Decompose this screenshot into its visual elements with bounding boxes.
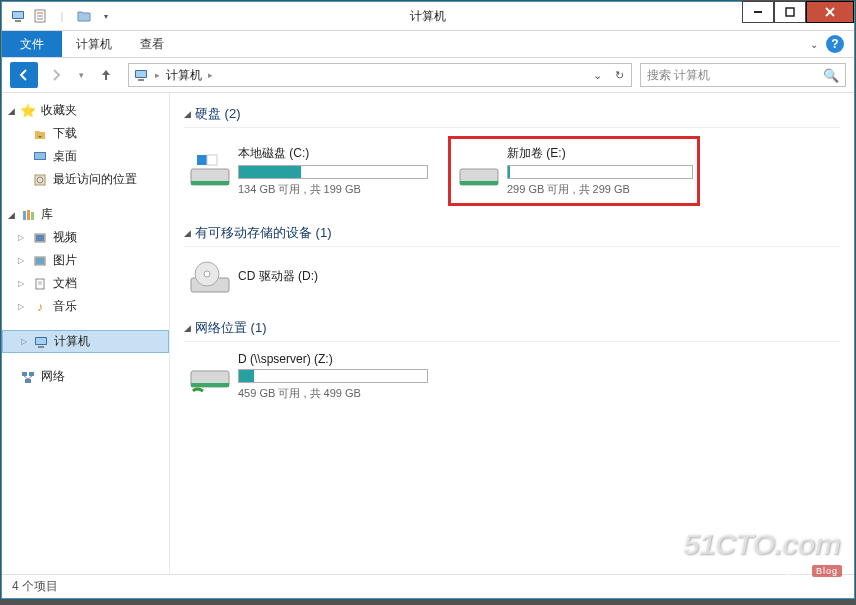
qat-dropdown-icon[interactable]: ▾ xyxy=(98,8,114,24)
music-icon: ♪ xyxy=(32,299,48,315)
section-removable-header[interactable]: ◢ 有可移动存储的设备 (1) xyxy=(184,220,840,247)
svg-rect-46 xyxy=(191,383,229,387)
search-icon[interactable]: 🔍 xyxy=(823,68,839,83)
sidebar-item-label: 最近访问的位置 xyxy=(53,171,137,188)
sidebar-computer-group: ▷ 计算机 xyxy=(2,330,169,353)
svg-rect-20 xyxy=(31,212,34,220)
downloads-icon xyxy=(32,126,48,142)
ribbon-expand-icon[interactable]: ⌄ xyxy=(810,39,818,50)
nav-forward-button[interactable] xyxy=(42,62,70,88)
star-icon: ⭐ xyxy=(20,103,36,119)
section-removable: ◢ 有可移动存储的设备 (1) CD 驱动器 (D:) xyxy=(184,220,840,301)
sidebar-item-recent[interactable]: 最近访问的位置 xyxy=(2,168,169,191)
sidebar-libraries-group: ◢ 库 ▷ 视频 ▷ 图片 ▷ 文档 xyxy=(2,203,169,318)
help-icon[interactable]: ? xyxy=(826,35,844,53)
explorer-window: | ▾ 计算机 文件 计算机 查看 ⌄ ? ▾ xyxy=(1,1,855,599)
refresh-icon[interactable]: ↻ xyxy=(609,65,629,85)
sidebar-item-downloads[interactable]: 下载 xyxy=(2,122,169,145)
maximize-button[interactable] xyxy=(774,1,806,23)
collapse-arrow-icon[interactable]: ◢ xyxy=(8,210,20,220)
properties-icon[interactable] xyxy=(32,8,48,24)
nav-back-button[interactable] xyxy=(10,62,38,88)
svg-rect-19 xyxy=(27,210,30,220)
drive-usage-fill xyxy=(508,166,510,178)
sidebar-item-desktop[interactable]: 桌面 xyxy=(2,145,169,168)
drive-info: D (\\spserver) (Z:) 459 GB 可用 , 共 499 GB xyxy=(234,352,428,401)
drive-title: 新加卷 (E:) xyxy=(507,145,693,162)
breadcrumb-chevron-icon[interactable]: ▸ xyxy=(208,70,213,80)
drive-subtitle: 299 GB 可用 , 共 299 GB xyxy=(507,182,693,197)
expand-arrow-icon[interactable]: ▷ xyxy=(18,233,32,242)
expand-arrow-icon[interactable]: ▷ xyxy=(18,279,32,288)
expand-arrow-icon[interactable]: ▷ xyxy=(21,337,33,346)
sidebar-item-label: 图片 xyxy=(53,252,77,269)
minimize-button[interactable] xyxy=(742,1,774,23)
qat-icons: | ▾ xyxy=(2,8,114,24)
sidebar-libraries-header[interactable]: ◢ 库 xyxy=(2,203,169,226)
ribbon-tab-view[interactable]: 查看 xyxy=(126,31,178,57)
hdd-icon xyxy=(186,150,234,192)
close-button[interactable] xyxy=(806,1,854,23)
network-drives: D (\\spserver) (Z:) 459 GB 可用 , 共 499 GB xyxy=(184,350,840,403)
svg-line-35 xyxy=(28,376,32,379)
ribbon-right: ⌄ ? xyxy=(810,31,854,57)
drive-d-cd[interactable]: CD 驱动器 (D:) xyxy=(184,255,430,301)
svg-rect-33 xyxy=(25,379,31,383)
drive-info: 本地磁盘 (C:) 134 GB 可用 , 共 199 GB xyxy=(234,145,428,197)
sidebar-item-label: 桌面 xyxy=(53,148,77,165)
nav-up-button[interactable] xyxy=(92,62,120,88)
titlebar: | ▾ 计算机 xyxy=(2,2,854,31)
expand-arrow-icon[interactable]: ▷ xyxy=(18,302,32,311)
hdd-drives: 本地磁盘 (C:) 134 GB 可用 , 共 199 GB 新加卷 (E:) xyxy=(184,136,840,206)
section-network-label: 网络位置 (1) xyxy=(195,319,267,337)
svg-rect-24 xyxy=(36,258,44,264)
sidebar-favorites-header[interactable]: ◢ ⭐ 收藏夹 xyxy=(2,99,169,122)
computer-icon xyxy=(33,334,49,350)
sidebar-item-pictures[interactable]: ▷ 图片 xyxy=(2,249,169,272)
section-hdd: ◢ 硬盘 (2) 本地磁盘 (C:) 134 GB 可用 , 共 199 GB xyxy=(184,101,840,206)
drive-usage-fill xyxy=(239,370,254,382)
collapse-arrow-icon[interactable]: ◢ xyxy=(184,109,191,119)
sidebar-item-network[interactable]: 网络 xyxy=(2,365,169,388)
drive-c[interactable]: 本地磁盘 (C:) 134 GB 可用 , 共 199 GB xyxy=(184,136,430,206)
drive-e[interactable]: 新加卷 (E:) 299 GB 可用 , 共 299 GB xyxy=(448,136,700,206)
nav-history-dropdown[interactable]: ▾ xyxy=(74,62,88,88)
search-input[interactable]: 搜索 计算机 🔍 xyxy=(640,63,846,87)
drive-z[interactable]: D (\\spserver) (Z:) 459 GB 可用 , 共 499 GB xyxy=(184,350,430,403)
libraries-icon xyxy=(20,207,36,223)
svg-rect-38 xyxy=(197,155,207,165)
network-icon xyxy=(20,369,36,385)
svg-rect-8 xyxy=(786,8,794,16)
cd-drive-icon xyxy=(186,257,234,299)
collapse-arrow-icon[interactable]: ◢ xyxy=(184,228,191,238)
navbar: ▾ ▸ 计算机 ▸ ⌄ ↻ 搜索 计算机 🔍 xyxy=(2,58,854,92)
qat-divider: | xyxy=(54,8,70,24)
section-network-header[interactable]: ◢ 网络位置 (1) xyxy=(184,315,840,342)
sidebar-item-videos[interactable]: ▷ 视频 xyxy=(2,226,169,249)
sidebar-item-music[interactable]: ▷ ♪ 音乐 xyxy=(2,295,169,318)
breadcrumb-chevron-icon[interactable]: ▸ xyxy=(155,70,160,80)
statusbar-text: 4 个项目 xyxy=(12,578,58,595)
sidebar: ◢ ⭐ 收藏夹 下载 桌面 最近访问的位置 xyxy=(2,93,170,574)
breadcrumb[interactable]: ▸ 计算机 ▸ ⌄ ↻ xyxy=(128,63,632,87)
sidebar-network-group: 网络 xyxy=(2,365,169,388)
section-removable-label: 有可移动存储的设备 (1) xyxy=(195,224,332,242)
folder-icon[interactable] xyxy=(76,8,92,24)
breadcrumb-dropdown-icon[interactable]: ⌄ xyxy=(587,65,607,85)
breadcrumb-text[interactable]: 计算机 xyxy=(166,67,202,84)
svg-rect-2 xyxy=(15,20,21,22)
breadcrumb-computer-icon xyxy=(133,67,149,83)
svg-rect-1 xyxy=(13,12,23,18)
section-hdd-header[interactable]: ◢ 硬盘 (2) xyxy=(184,101,840,128)
expand-arrow-icon[interactable]: ▷ xyxy=(18,256,32,265)
body: ◢ ⭐ 收藏夹 下载 桌面 最近访问的位置 xyxy=(2,92,854,574)
sidebar-item-label: 文档 xyxy=(53,275,77,292)
ribbon-file-tab[interactable]: 文件 xyxy=(2,31,62,57)
network-drive-icon xyxy=(186,356,234,398)
collapse-arrow-icon[interactable]: ◢ xyxy=(8,106,20,116)
sidebar-item-documents[interactable]: ▷ 文档 xyxy=(2,272,169,295)
ribbon-tab-computer[interactable]: 计算机 xyxy=(62,31,126,57)
collapse-arrow-icon[interactable]: ◢ xyxy=(184,323,191,333)
drive-title: D (\\spserver) (Z:) xyxy=(238,352,428,366)
sidebar-item-computer[interactable]: ▷ 计算机 xyxy=(2,330,169,353)
